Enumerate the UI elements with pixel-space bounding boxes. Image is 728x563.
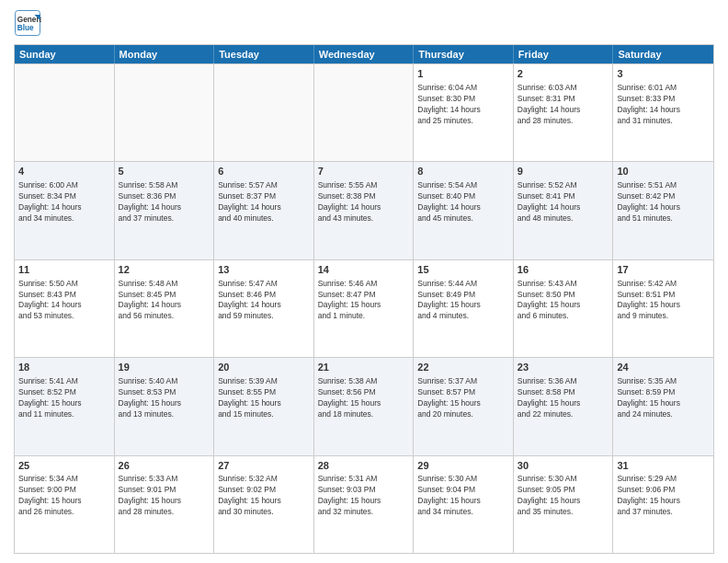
day-number: 11 — [18, 263, 110, 277]
cell-info: Sunrise: 5:44 AM Sunset: 8:49 PM Dayligh… — [417, 279, 509, 323]
cell-info: Sunrise: 5:57 AM Sunset: 8:37 PM Dayligh… — [218, 180, 310, 224]
day-number: 24 — [617, 361, 710, 374]
calendar-header: SundayMondayTuesdayWednesdayThursdayFrid… — [15, 45, 713, 63]
calendar-cell: 12Sunrise: 5:48 AM Sunset: 8:45 PM Dayli… — [115, 260, 215, 357]
weekday-header-wednesday: Wednesday — [314, 45, 415, 63]
weekday-header-monday: Monday — [115, 45, 215, 63]
calendar-cell: 24Sunrise: 5:35 AM Sunset: 8:59 PM Dayli… — [613, 358, 713, 454]
weekday-header-tuesday: Tuesday — [214, 45, 314, 63]
day-number: 5 — [119, 165, 210, 178]
calendar-row-3: 18Sunrise: 5:41 AM Sunset: 8:52 PM Dayli… — [15, 357, 713, 454]
weekday-header-friday: Friday — [514, 45, 614, 63]
calendar-cell: 26Sunrise: 5:33 AM Sunset: 9:01 PM Dayli… — [115, 456, 215, 553]
calendar-cell: 2Sunrise: 6:03 AM Sunset: 8:31 PM Daylig… — [514, 64, 614, 161]
calendar-cell: 28Sunrise: 5:31 AM Sunset: 9:03 PM Dayli… — [314, 456, 415, 553]
day-number: 22 — [417, 361, 509, 374]
cell-info: Sunrise: 5:52 AM Sunset: 8:41 PM Dayligh… — [518, 180, 609, 224]
day-number: 28 — [318, 459, 410, 473]
calendar-cell: 8Sunrise: 5:54 AM Sunset: 8:40 PM Daylig… — [414, 162, 514, 259]
calendar-cell: 17Sunrise: 5:42 AM Sunset: 8:51 PM Dayli… — [613, 260, 713, 357]
day-number: 13 — [218, 263, 310, 277]
calendar-cell: 3Sunrise: 6:01 AM Sunset: 8:33 PM Daylig… — [613, 64, 713, 161]
day-number: 18 — [18, 361, 110, 374]
calendar-cell: 14Sunrise: 5:46 AM Sunset: 8:47 PM Dayli… — [314, 260, 415, 357]
day-number: 8 — [417, 165, 509, 178]
calendar-row-1: 4Sunrise: 6:00 AM Sunset: 8:34 PM Daylig… — [15, 161, 713, 259]
cell-info: Sunrise: 5:50 AM Sunset: 8:43 PM Dayligh… — [18, 279, 110, 323]
day-number: 23 — [518, 361, 609, 374]
day-number: 26 — [119, 459, 210, 473]
cell-info: Sunrise: 5:48 AM Sunset: 8:45 PM Dayligh… — [119, 279, 210, 323]
calendar-cell: 23Sunrise: 5:36 AM Sunset: 8:58 PM Dayli… — [514, 358, 614, 454]
cell-info: Sunrise: 5:32 AM Sunset: 9:02 PM Dayligh… — [218, 474, 310, 518]
cell-info: Sunrise: 5:43 AM Sunset: 8:50 PM Dayligh… — [518, 279, 609, 323]
cell-info: Sunrise: 5:46 AM Sunset: 8:47 PM Dayligh… — [318, 279, 410, 323]
cell-info: Sunrise: 5:36 AM Sunset: 8:58 PM Dayligh… — [518, 376, 609, 420]
calendar-cell: 18Sunrise: 5:41 AM Sunset: 8:52 PM Dayli… — [15, 358, 115, 454]
calendar-cell: 25Sunrise: 5:34 AM Sunset: 9:00 PM Dayli… — [15, 456, 115, 553]
calendar-cell: 1Sunrise: 6:04 AM Sunset: 8:30 PM Daylig… — [414, 64, 514, 161]
calendar-cell: 30Sunrise: 5:30 AM Sunset: 9:05 PM Dayli… — [514, 456, 614, 553]
page: General Blue SundayMondayTuesdayWednesda… — [0, 0, 728, 563]
cell-info: Sunrise: 5:33 AM Sunset: 9:01 PM Dayligh… — [119, 474, 210, 518]
calendar-cell: 22Sunrise: 5:37 AM Sunset: 8:57 PM Dayli… — [414, 358, 514, 454]
day-number: 27 — [218, 459, 310, 473]
calendar-cell: 16Sunrise: 5:43 AM Sunset: 8:50 PM Dayli… — [514, 260, 614, 357]
cell-info: Sunrise: 5:35 AM Sunset: 8:59 PM Dayligh… — [617, 376, 710, 420]
day-number: 29 — [417, 459, 509, 473]
cell-info: Sunrise: 5:30 AM Sunset: 9:04 PM Dayligh… — [417, 474, 509, 518]
cell-info: Sunrise: 5:29 AM Sunset: 9:06 PM Dayligh… — [617, 474, 710, 518]
calendar-row-2: 11Sunrise: 5:50 AM Sunset: 8:43 PM Dayli… — [15, 259, 713, 357]
day-number: 4 — [18, 165, 110, 178]
calendar-row-4: 25Sunrise: 5:34 AM Sunset: 9:00 PM Dayli… — [15, 455, 713, 553]
cell-info: Sunrise: 5:38 AM Sunset: 8:56 PM Dayligh… — [318, 376, 410, 420]
calendar-body: 1Sunrise: 6:04 AM Sunset: 8:30 PM Daylig… — [15, 63, 713, 553]
day-number: 30 — [518, 459, 609, 473]
day-number: 25 — [18, 459, 110, 473]
cell-info: Sunrise: 5:54 AM Sunset: 8:40 PM Dayligh… — [417, 180, 509, 224]
weekday-header-thursday: Thursday — [414, 45, 514, 63]
cell-info: Sunrise: 5:55 AM Sunset: 8:38 PM Dayligh… — [318, 180, 410, 224]
cell-info: Sunrise: 6:00 AM Sunset: 8:34 PM Dayligh… — [18, 180, 110, 224]
header: General Blue — [14, 9, 714, 37]
calendar-cell — [314, 64, 415, 161]
calendar-cell: 10Sunrise: 5:51 AM Sunset: 8:42 PM Dayli… — [613, 162, 713, 259]
day-number: 7 — [318, 165, 410, 178]
day-number: 2 — [518, 67, 609, 81]
day-number: 20 — [218, 361, 310, 374]
day-number: 1 — [417, 67, 509, 81]
calendar-cell: 19Sunrise: 5:40 AM Sunset: 8:53 PM Dayli… — [115, 358, 215, 454]
cell-info: Sunrise: 5:40 AM Sunset: 8:53 PM Dayligh… — [119, 376, 210, 420]
day-number: 14 — [318, 263, 410, 277]
cell-info: Sunrise: 6:03 AM Sunset: 8:31 PM Dayligh… — [518, 83, 609, 127]
day-number: 15 — [417, 263, 509, 277]
day-number: 31 — [617, 459, 710, 473]
weekday-header-sunday: Sunday — [15, 45, 115, 63]
calendar-cell: 7Sunrise: 5:55 AM Sunset: 8:38 PM Daylig… — [314, 162, 415, 259]
calendar-cell: 29Sunrise: 5:30 AM Sunset: 9:04 PM Dayli… — [414, 456, 514, 553]
cell-info: Sunrise: 5:58 AM Sunset: 8:36 PM Dayligh… — [119, 180, 210, 224]
svg-text:Blue: Blue — [17, 24, 34, 32]
calendar: SundayMondayTuesdayWednesdayThursdayFrid… — [14, 44, 714, 554]
calendar-cell: 20Sunrise: 5:39 AM Sunset: 8:55 PM Dayli… — [214, 358, 314, 454]
day-number: 9 — [518, 165, 609, 178]
logo: General Blue — [14, 9, 41, 37]
calendar-cell: 13Sunrise: 5:47 AM Sunset: 8:46 PM Dayli… — [214, 260, 314, 357]
calendar-cell: 21Sunrise: 5:38 AM Sunset: 8:56 PM Dayli… — [314, 358, 415, 454]
cell-info: Sunrise: 5:34 AM Sunset: 9:00 PM Dayligh… — [18, 474, 110, 518]
day-number: 3 — [617, 67, 710, 81]
cell-info: Sunrise: 6:04 AM Sunset: 8:30 PM Dayligh… — [417, 83, 509, 127]
day-number: 19 — [119, 361, 210, 374]
day-number: 21 — [318, 361, 410, 374]
calendar-cell: 9Sunrise: 5:52 AM Sunset: 8:41 PM Daylig… — [514, 162, 614, 259]
calendar-cell: 31Sunrise: 5:29 AM Sunset: 9:06 PM Dayli… — [613, 456, 713, 553]
cell-info: Sunrise: 5:41 AM Sunset: 8:52 PM Dayligh… — [18, 376, 110, 420]
cell-info: Sunrise: 6:01 AM Sunset: 8:33 PM Dayligh… — [617, 83, 710, 127]
calendar-cell: 4Sunrise: 6:00 AM Sunset: 8:34 PM Daylig… — [15, 162, 115, 259]
cell-info: Sunrise: 5:37 AM Sunset: 8:57 PM Dayligh… — [417, 376, 509, 420]
cell-info: Sunrise: 5:39 AM Sunset: 8:55 PM Dayligh… — [218, 376, 310, 420]
cell-info: Sunrise: 5:47 AM Sunset: 8:46 PM Dayligh… — [218, 279, 310, 323]
day-number: 10 — [617, 165, 710, 178]
weekday-header-saturday: Saturday — [613, 45, 713, 63]
cell-info: Sunrise: 5:30 AM Sunset: 9:05 PM Dayligh… — [518, 474, 609, 518]
